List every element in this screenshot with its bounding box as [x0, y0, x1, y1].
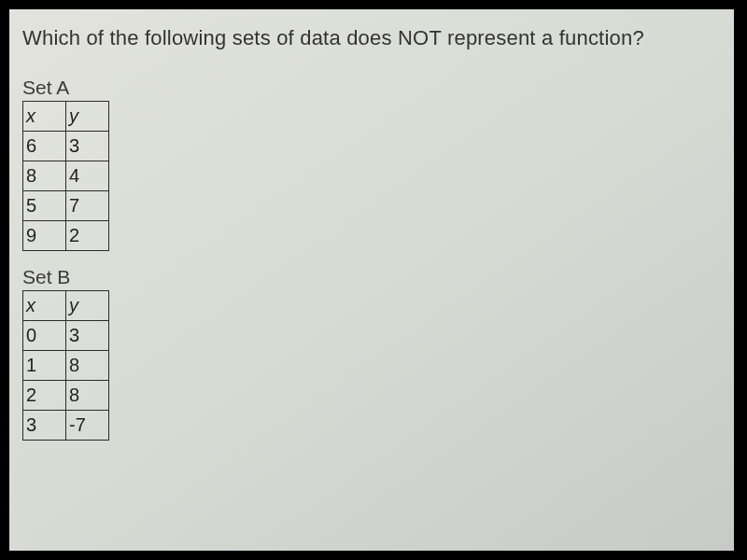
set-a-block: Set A x y 6 3 8 4 5 7 9 2: [22, 77, 723, 251]
table-row: 3 -7: [23, 411, 109, 441]
col-header-x: x: [23, 102, 66, 132]
worksheet-screen: Which of the following sets of data does…: [9, 9, 734, 551]
table-row: 0 3: [23, 321, 109, 351]
set-b-label: Set B: [22, 266, 723, 288]
cell-y: 4: [66, 161, 109, 191]
cell-x: 6: [23, 132, 66, 161]
cell-y: 8: [66, 381, 109, 411]
set-a-label: Set A: [22, 77, 723, 99]
cell-y: 3: [66, 321, 109, 351]
cell-x: 9: [23, 221, 66, 251]
set-b-block: Set B x y 0 3 1 8 2 8 3 -7: [22, 266, 723, 441]
table-row: 8 4: [23, 161, 109, 191]
cell-y: -7: [66, 411, 109, 441]
set-b-table: x y 0 3 1 8 2 8 3 -7: [22, 290, 109, 441]
cell-x: 0: [23, 321, 66, 351]
cell-y: 7: [66, 191, 109, 221]
col-header-y: y: [66, 102, 109, 132]
col-header-y: y: [66, 291, 109, 321]
table-row: 9 2: [23, 221, 109, 251]
question-text: Which of the following sets of data does…: [22, 26, 723, 50]
col-header-x: x: [23, 291, 66, 321]
cell-y: 2: [66, 221, 109, 251]
cell-x: 5: [23, 191, 66, 221]
cell-x: 3: [23, 411, 66, 441]
cell-x: 8: [23, 161, 66, 191]
table-row: 6 3: [23, 132, 109, 161]
table-row: 2 8: [23, 381, 109, 411]
cell-x: 2: [23, 381, 66, 411]
table-row: 1 8: [23, 351, 109, 381]
table-header-row: x y: [23, 102, 109, 132]
table-row: 5 7: [23, 191, 109, 221]
table-header-row: x y: [23, 291, 109, 321]
set-a-table: x y 6 3 8 4 5 7 9 2: [22, 101, 109, 251]
cell-x: 1: [23, 351, 66, 381]
cell-y: 3: [66, 132, 109, 161]
cell-y: 8: [66, 351, 109, 381]
